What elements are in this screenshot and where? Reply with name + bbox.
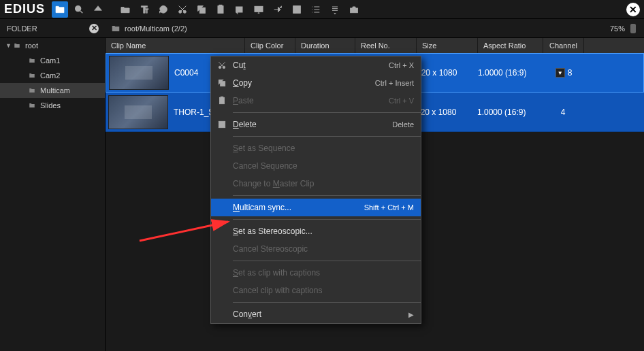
sub-bar: FOLDER ✕ root/Multicam (2/2) 75% [0, 19, 644, 38]
menu-item-delete[interactable]: Delete Delete [211, 116, 421, 133]
menu-item-cut[interactable]: Cut Ctrl + X [211, 56, 421, 74]
menu-item-cancel-captions: Cancel clip with captions [211, 282, 421, 299]
menu-separator [233, 112, 421, 113]
menu-label: Set as clip with captions [233, 268, 414, 278]
menu-separator [233, 136, 421, 137]
col-channel[interactable]: Channel [543, 38, 584, 53]
toolbar-display-icon[interactable] [251, 1, 267, 18]
menu-item-cancel-stereo: Cancel Stereoscopic [211, 240, 421, 258]
col-clip-name[interactable]: Clip Name [106, 38, 245, 53]
folder-icon [27, 102, 37, 109]
menu-separator [233, 261, 421, 261]
menu-item-set-captions: Set as clip with captions [211, 264, 421, 282]
toolbar-copy-icon[interactable] [193, 1, 210, 18]
menu-item-set-sequence: Set as Sequence [211, 139, 421, 157]
toolbar-undo-icon[interactable] [231, 1, 248, 18]
breadcrumb-path: root/Multicam (2/2) [125, 24, 187, 33]
zoom-area: 75% [602, 24, 644, 33]
channel-dropdown-icon[interactable]: ▼ [556, 68, 565, 78]
folder-panel-label: FOLDER [7, 24, 37, 33]
menu-label: Set as Sequence [233, 144, 414, 153]
menu-shortcut: Ctrl + V [389, 97, 414, 105]
folder-icon [27, 72, 37, 79]
menu-item-master-clip: Change to Master Clip [211, 175, 421, 193]
breadcrumb[interactable]: root/Multicam (2/2) [106, 24, 602, 33]
svg-rect-9 [351, 8, 358, 13]
toolbar-toolbox-icon[interactable] [346, 1, 362, 18]
tree-child-slides[interactable]: Slides [0, 98, 105, 113]
toolbar-up-icon[interactable] [90, 1, 106, 18]
toolbar-folder-icon[interactable] [52, 1, 68, 18]
tree-child-label: Cam1 [40, 56, 60, 65]
clip-size-cell: 920 x 1080 [416, 107, 477, 117]
clip-channel-value: 4 [561, 107, 566, 117]
menu-label: Cut [233, 61, 389, 70]
tree-expand-icon[interactable]: ▼ [5, 42, 12, 49]
toolbar-rotate-icon[interactable] [155, 1, 172, 18]
tree-child-label: Cam2 [40, 71, 60, 80]
menu-item-multicam-sync[interactable]: Multicam sync... Shift + Ctrl + M [211, 199, 421, 216]
toolbar-search-icon[interactable] [71, 1, 87, 18]
menu-label: Multicam sync... [233, 203, 364, 212]
col-aspect[interactable]: Aspect Ratio [478, 38, 543, 53]
paste-icon [211, 96, 233, 105]
tree-child-label: Multicam [40, 86, 70, 95]
clip-thumbnail[interactable] [108, 95, 168, 129]
zoom-percent: 75% [610, 24, 625, 33]
folder-clear-button[interactable]: ✕ [89, 24, 99, 33]
col-duration[interactable]: Duration [295, 38, 355, 53]
menu-label: Delete [233, 120, 392, 129]
toolbar-list-icon[interactable] [308, 1, 324, 18]
clip-channel-cell: ▼ 8 [543, 68, 584, 78]
menu-label: Cancel Stereoscopic [233, 244, 414, 254]
close-window-button[interactable]: ✕ [626, 3, 640, 16]
toolbar-text-icon[interactable] [136, 1, 152, 18]
toolbar-smark-icon[interactable] [289, 1, 305, 18]
menu-item-copy[interactable]: Copy Ctrl + Insert [211, 74, 421, 92]
menu-label: Convert [233, 310, 408, 319]
clip-thumbnail[interactable] [109, 56, 169, 90]
clip-aspect-cell: 1.0000 (16:9) [478, 68, 543, 78]
col-reel[interactable]: Reel No. [355, 38, 417, 53]
menu-label: Cancel clip with captions [233, 286, 414, 295]
tree-child-cam2[interactable]: Cam2 [0, 68, 105, 83]
svg-rect-5 [219, 5, 222, 7]
menu-shortcut: Shift + Ctrl + M [364, 203, 414, 212]
column-header: Clip Name Clip Color Duration Reel No. S… [106, 38, 644, 53]
tree-child-multicam[interactable]: Multicam [0, 83, 105, 98]
submenu-arrow-icon: ▶ [408, 311, 414, 318]
app-title: EDIUS [4, 2, 45, 16]
menu-label: Cancel Sequence [233, 161, 414, 171]
svg-rect-7 [255, 6, 263, 12]
toolbar-cut-icon[interactable] [174, 1, 191, 18]
copy-icon [211, 78, 233, 88]
toolbar-paste-icon[interactable] [212, 1, 229, 18]
svg-rect-14 [221, 97, 223, 98]
menu-item-paste: Paste Ctrl + V [211, 92, 421, 110]
col-size[interactable]: Size [417, 38, 478, 53]
tree-child-cam1[interactable]: Cam1 [0, 53, 105, 68]
folder-icon [111, 24, 120, 33]
tree-root[interactable]: ▼ root [0, 38, 105, 53]
col-clip-color[interactable]: Clip Color [245, 38, 295, 53]
clip-channel-cell: 4 [543, 107, 583, 117]
menu-label: Paste [233, 96, 389, 105]
menu-item-convert[interactable]: Convert ▶ [211, 305, 421, 323]
menu-shortcut: Delete [392, 120, 414, 129]
svg-point-0 [76, 5, 81, 11]
context-menu: Cut Ctrl + X Copy Ctrl + Insert Paste Ct… [210, 56, 421, 324]
s-mark-icon [211, 120, 233, 129]
menu-separator [233, 195, 421, 196]
folder-tree: ▼ root Cam1 Cam2 Multicam Slides [0, 38, 106, 351]
toolbar-open-icon[interactable] [117, 1, 133, 18]
menu-shortcut: Ctrl + Insert [375, 79, 414, 87]
zoom-slider[interactable] [630, 24, 636, 33]
menu-item-set-stereo[interactable]: Set as Stereoscopic... [211, 222, 421, 240]
menu-label: Change to Master Clip [233, 179, 414, 188]
folder-icon [27, 57, 37, 64]
toolbar-addout-icon[interactable] [270, 1, 286, 18]
cut-icon [211, 61, 233, 70]
toolbar-listfilter-icon[interactable] [327, 1, 343, 18]
tree-child-label: Slides [40, 101, 61, 110]
tree-root-label: root [25, 41, 38, 50]
